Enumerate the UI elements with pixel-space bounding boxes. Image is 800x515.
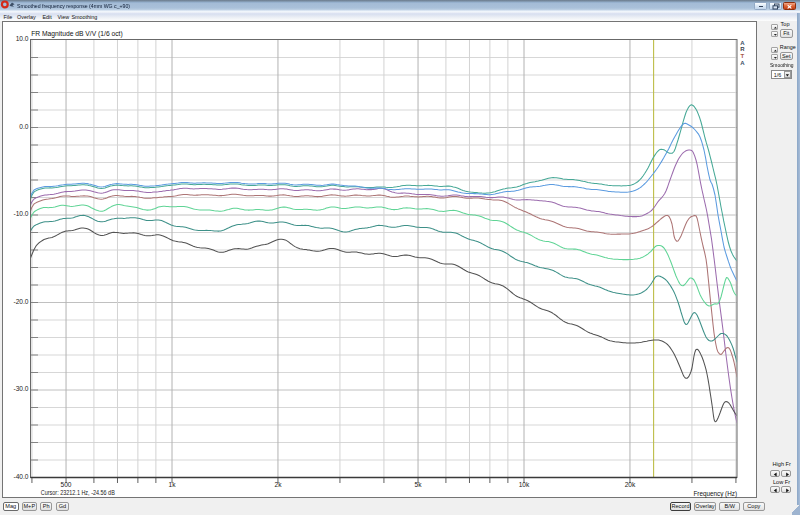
svg-text:R: R: [740, 46, 745, 52]
svg-text:Cursor: 23212.1 Hz, -24.56 dB: Cursor: 23212.1 Hz, -24.56 dB: [41, 489, 115, 496]
svg-text:-30.0: -30.0: [13, 385, 28, 392]
svg-text:T: T: [740, 53, 744, 59]
svg-text:-10.0: -10.0: [13, 210, 28, 217]
svg-text:Frequency (Hz): Frequency (Hz): [694, 490, 738, 498]
svg-text:500: 500: [60, 481, 71, 488]
svg-text:10k: 10k: [519, 481, 530, 488]
svg-text:10.0: 10.0: [16, 35, 29, 42]
svg-text:1k: 1k: [169, 481, 177, 488]
svg-text:2k: 2k: [275, 481, 283, 488]
svg-text:20k: 20k: [625, 481, 636, 488]
svg-text:FR Magnitude dB V/V (1/6 oct): FR Magnitude dB V/V (1/6 oct): [31, 30, 123, 38]
svg-text:-40.0: -40.0: [13, 473, 28, 480]
svg-text:A: A: [740, 60, 745, 66]
svg-text:0.0: 0.0: [19, 123, 28, 130]
svg-text:5k: 5k: [415, 481, 423, 488]
svg-text:-20.0: -20.0: [13, 298, 28, 305]
svg-text:A: A: [740, 40, 745, 46]
